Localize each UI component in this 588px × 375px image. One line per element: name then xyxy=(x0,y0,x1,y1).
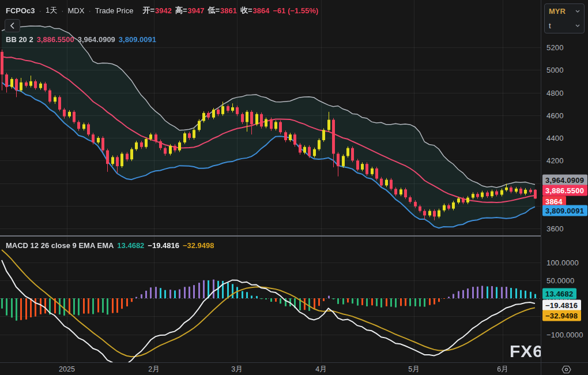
price-axis-label: 4200 xyxy=(546,156,564,165)
symbol-legend: FCPOc3 · 1天 · MDX · Trade Price 开=3942 高… xyxy=(6,5,318,16)
macd-hist-value: 13.4682 xyxy=(117,241,144,250)
time-axis-label: 2025 xyxy=(59,365,75,373)
exchange-label: MDX xyxy=(68,6,85,15)
open-label: 开= xyxy=(142,5,154,16)
price-axis-label: 5200 xyxy=(546,43,564,52)
time-axis-label: 4月 xyxy=(315,365,326,374)
currency-value: MYR xyxy=(549,7,566,16)
time-axis-label: 3月 xyxy=(231,365,242,374)
bb-name: BB 20 2 xyxy=(6,35,33,44)
low-label: 低= xyxy=(208,5,220,16)
unit-dropdown[interactable]: t xyxy=(545,18,584,33)
high-value: 3947 xyxy=(188,6,205,15)
macd-indicator-legend: MACD 12 26 close 9 EMA EMA 13.4682 −19.4… xyxy=(6,241,214,250)
price-badge: −32.9498 xyxy=(542,310,581,321)
chevron-left-icon xyxy=(10,22,15,29)
bb-indicator-legend: BB 20 2 3,886.5500 3,964.0909 3,809.0091 xyxy=(6,35,156,44)
series-type-label: Trade Price xyxy=(95,6,134,15)
open-value: 3942 xyxy=(155,6,172,15)
macd-signal-value: −32.9498 xyxy=(183,241,214,250)
low-value: 3861 xyxy=(220,6,237,15)
price-badge: 3,964.0909 xyxy=(542,175,587,186)
high-label: 高= xyxy=(175,5,187,16)
macd-line-value: −19.4816 xyxy=(148,241,179,250)
bb-lower-value: 3,809.0091 xyxy=(119,35,156,44)
trading-chart-app: FCPOc3 · 1天 · MDX · Trade Price 开=3942 高… xyxy=(0,0,588,375)
price-scale[interactable]: MYR t 5200500048004600440042003600100.00… xyxy=(541,0,588,362)
price-badge: 3,809.0091 xyxy=(542,205,587,216)
price-axis-label: 4600 xyxy=(546,111,564,119)
price-badge: 3,886.5500 xyxy=(542,185,587,196)
chevron-down-icon xyxy=(575,10,580,13)
bb-upper-value: 3,964.0909 xyxy=(78,35,115,44)
scale-unit-box: MYR t xyxy=(544,3,585,33)
price-badge: 13.4682 xyxy=(542,288,576,299)
chevron-down-icon xyxy=(575,24,580,27)
interval-label: 1天 xyxy=(46,5,57,16)
macd-name: MACD 12 26 close 9 EMA EMA xyxy=(6,241,114,250)
macd-axis-label: −100.0000 xyxy=(546,330,583,339)
axis-corner-divider xyxy=(541,363,541,375)
bb-mid-value: 3,886.5500 xyxy=(37,35,74,44)
close-value: 3864 xyxy=(253,6,270,15)
macd-axis-label: 50.0000 xyxy=(546,276,574,284)
pane-divider[interactable] xyxy=(0,235,588,237)
macd-chart-canvas[interactable] xyxy=(0,237,541,362)
currency-dropdown[interactable]: MYR xyxy=(545,4,584,18)
change-value: −61 (−1.55%) xyxy=(273,6,319,15)
price-axis-label: 5000 xyxy=(546,66,564,74)
price-axis-label: 4800 xyxy=(546,88,564,97)
back-button[interactable] xyxy=(5,19,20,32)
time-axis-label: 5月 xyxy=(408,365,419,374)
time-scale[interactable]: 20252月3月4月5月6月 xyxy=(0,362,588,375)
time-axis-label: 6月 xyxy=(497,365,508,374)
symbol-name: FCPOc3 xyxy=(6,6,35,15)
time-axis-label: 2月 xyxy=(148,365,159,374)
close-label: 收= xyxy=(240,5,252,16)
price-axis-label: 4400 xyxy=(546,134,564,142)
unit-value: t xyxy=(549,21,551,30)
macd-axis-label: 100.0000 xyxy=(546,258,579,267)
chart-settings-icon[interactable] xyxy=(558,365,574,374)
price-badge: −19.4816 xyxy=(542,300,581,311)
price-axis-label: 3600 xyxy=(546,224,564,233)
